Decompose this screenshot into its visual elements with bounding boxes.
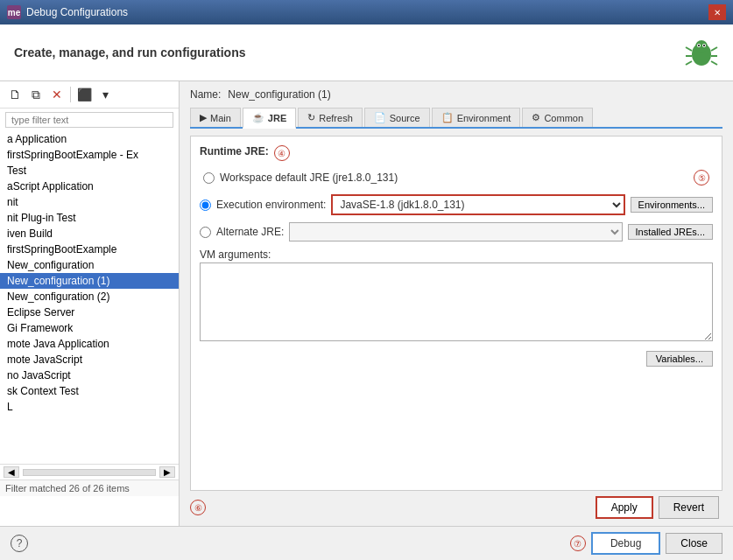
dialog-title: Create, manage, and run configurations [14,46,246,60]
svg-point-5 [703,45,705,46]
list-item-selected[interactable]: New_configuration (1) [0,273,179,289]
list-item[interactable]: New_configuration [0,257,179,273]
list-scrollbar-area: ◀ ▶ [0,464,179,480]
dropdown-button[interactable]: ▾ [95,85,115,104]
refresh-tab-label: Refresh [319,113,353,123]
svg-line-9 [711,47,717,51]
common-tab-label: Common [544,113,583,123]
bug-icon [684,35,719,70]
dialog-header: Create, manage, and run configurations [0,24,733,81]
execution-env-label: Execution environment: [216,199,326,211]
runtime-jre-row: Runtime JRE: ④ [200,145,713,161]
title-bar-controls[interactable]: ✕ [708,4,726,20]
title-bar: me Debug Configurations ✕ [0,0,733,24]
list-item[interactable]: aScript Application [0,178,179,194]
vm-args-label: VM arguments: [200,248,713,261]
name-value: New_configuration (1) [228,88,330,101]
toolbar: 🗋 ⧉ ✕ ⬛ ▾ [0,81,179,108]
variables-row: Variables... [200,351,713,367]
apply-revert-area: ⑥ Apply Revert [190,491,722,519]
list-item[interactable]: Gi Framework [0,320,179,336]
execution-env-radio[interactable] [200,200,211,211]
workspace-default-radio[interactable] [203,172,215,184]
dialog-body: Create, manage, and run configurations 🗋… [0,24,733,560]
variables-button[interactable]: Variables... [646,351,713,367]
list-item[interactable]: L [0,399,179,415]
execution-env-select[interactable]: JavaSE-1.8 (jdk1.8.0_131) [331,194,624,215]
jre-tab-content: Runtime JRE: ④ Workspace default JRE (jr… [190,136,722,491]
svg-point-1 [695,40,708,52]
apply-button[interactable]: Apply [596,496,653,519]
tabs: ▶ Main ☕ JRE ↻ Refresh 📄 Source 📋 En [190,108,722,129]
alternate-jre-label: Alternate JRE: [216,226,284,238]
tab-jre[interactable]: ☕ JRE [243,108,296,129]
apply-revert-row: Apply Revert [596,496,722,519]
env-tab-icon: 📋 [441,112,454,123]
execution-env-row: Execution environment: JavaSE-1.8 (jdk1.… [200,194,713,215]
tab-main[interactable]: ▶ Main [190,108,241,127]
duplicate-button[interactable]: ⧉ [26,85,46,104]
revert-button[interactable]: Revert [659,496,719,519]
scrollbar-track[interactable] [23,469,156,476]
jre-tab-icon: ☕ [252,112,264,123]
name-label: Name: [190,88,221,101]
left-panel: 🗋 ⧉ ✕ ⬛ ▾ a Application firstSpringBootE… [0,81,180,526]
workspace-default-label: Workspace default JRE (jre1.8.0_131) [220,172,398,184]
new-config-button[interactable]: 🗋 [5,85,25,104]
window-title: Debug Configurations [26,6,128,18]
list-item[interactable]: no JavaScript [0,368,179,383]
circle-7-icon: ⑦ [570,536,586,551]
alternate-jre-radio[interactable] [200,227,211,238]
title-bar-left: me Debug Configurations [7,5,128,19]
list-item[interactable]: mote Java Application [0,336,179,352]
toolbar-sep [70,87,71,102]
main-tab-label: Main [210,113,231,123]
jre-tab-label: JRE [268,113,286,123]
list-item[interactable]: a Application [0,131,179,147]
footer-right: ⑦ Debug Close [570,532,722,555]
tab-source[interactable]: 📄 Source [364,108,430,127]
tab-common[interactable]: ⚙ Common [522,108,593,127]
vm-args-textarea[interactable] [200,262,713,341]
footer: ? ⑦ Debug Close [0,526,733,560]
app-icon: me [7,5,21,19]
svg-line-6 [686,47,692,51]
list-item[interactable]: Eclipse Server [0,304,179,320]
name-row: Name: New_configuration (1) [190,88,722,101]
environments-button[interactable]: Environments... [631,197,713,213]
list-item[interactable]: sk Context Test [0,383,179,399]
svg-line-8 [686,61,692,65]
list-item[interactable]: mote JavaScript [0,352,179,368]
list-item[interactable]: iven Build [0,226,179,242]
scroll-right-button[interactable]: ▶ [159,466,175,478]
tab-refresh[interactable]: ↻ Refresh [298,108,363,127]
right-panel: Name: New_configuration (1) ▶ Main ☕ JRE… [180,81,733,526]
delete-button[interactable]: ✕ [47,85,67,104]
common-tab-icon: ⚙ [532,112,540,123]
close-window-button[interactable]: ✕ [708,4,726,20]
filter-input[interactable] [5,112,173,128]
config-list: a Application firstSpringBootExample - E… [0,131,179,464]
list-item[interactable]: Test [0,163,179,178]
circle-6-icon: ⑥ [190,500,206,515]
installed-jres-button[interactable]: Installed JREs... [628,224,713,240]
alternate-jre-select[interactable] [289,222,622,242]
main-tab-icon: ▶ [200,112,207,123]
scroll-left-button[interactable]: ◀ [4,466,19,478]
filter-status: Filter matched 26 of 26 items [0,480,179,496]
svg-point-4 [698,45,700,46]
alternate-jre-row: Alternate JRE: Installed JREs... [200,222,713,242]
help-icon[interactable]: ? [11,535,28,552]
list-item[interactable]: nit [0,194,179,210]
close-button[interactable]: Close [666,533,722,554]
list-item[interactable]: New_configuration (2) [0,289,179,304]
list-item[interactable]: firstSpringBootExample - Ex [0,147,179,163]
circle-4-icon: ④ [274,145,290,161]
collapse-button[interactable]: ⬛ [74,85,94,104]
refresh-tab-icon: ↻ [307,112,315,123]
list-item[interactable]: nit Plug-in Test [0,210,179,226]
svg-line-11 [711,61,717,65]
tab-environment[interactable]: 📋 Environment [432,108,521,127]
list-item[interactable]: firstSpringBootExample [0,242,179,257]
debug-button[interactable]: Debug [591,532,660,555]
